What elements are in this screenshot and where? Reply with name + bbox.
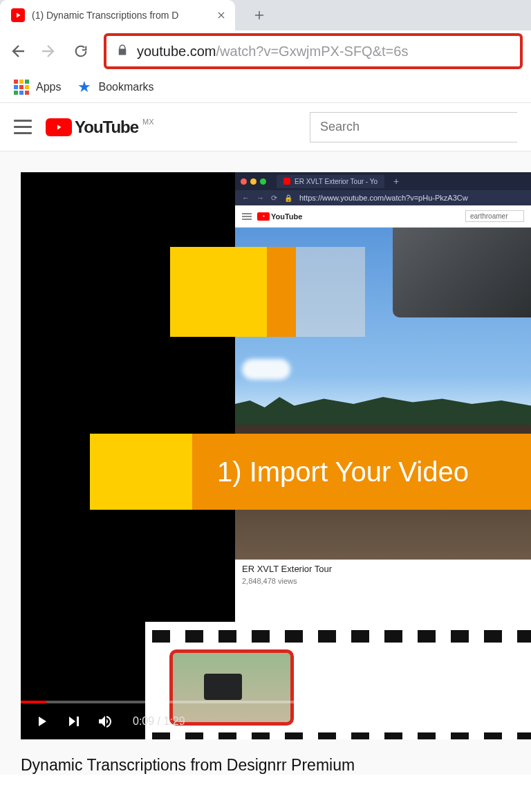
inner-back-icon: ←: [242, 194, 250, 202]
inner-favicon-icon: [283, 178, 290, 185]
next-button[interactable]: [65, 713, 82, 730]
inner-search-value: earthroamer: [465, 210, 524, 222]
search-input[interactable]: [310, 112, 517, 142]
forward-button[interactable]: [40, 42, 58, 60]
reload-button[interactable]: [72, 42, 90, 60]
apps-grid-icon: [14, 80, 29, 95]
inner-menu-icon: [242, 213, 252, 220]
search-box[interactable]: [310, 112, 517, 142]
youtube-logo[interactable]: YouTube MX: [46, 118, 153, 137]
apps-shortcut[interactable]: Apps: [14, 80, 61, 95]
star-icon: ★: [77, 78, 91, 96]
overlay-gray-block: [296, 247, 365, 337]
apps-label: Apps: [36, 81, 61, 93]
time-display: 0:09 / 1:29: [133, 715, 185, 728]
youtube-country-code: MX: [142, 118, 154, 126]
play-button[interactable]: [33, 713, 50, 730]
youtube-wordmark: YouTube: [75, 118, 138, 137]
inner-forward-icon: →: [257, 194, 264, 202]
volume-button[interactable]: [97, 713, 113, 730]
new-tab-button[interactable]: [249, 5, 270, 26]
inner-lock-icon: 🔒: [284, 194, 292, 202]
youtube-play-icon: [46, 118, 72, 136]
inner-video-title: ER XVLT Exterior Tour: [242, 564, 524, 574]
back-button[interactable]: [8, 42, 26, 60]
inner-video-views: 2,848,478 views: [242, 577, 524, 585]
inner-url: https://www.youtube.com/watch?v=pHu-PkzA…: [299, 194, 468, 202]
banner-text: 1) Import Your Video: [192, 434, 531, 510]
overlay-banner: 1) Import Your Video: [90, 434, 531, 510]
bookmarks-shortcut[interactable]: ★ Bookmarks: [77, 78, 153, 96]
inner-reload-icon: ⟳: [271, 194, 277, 203]
youtube-favicon-icon: [11, 8, 25, 22]
url-path: /watch?v=GxwjmPX-SFQ&t=6s: [216, 44, 409, 59]
current-time: 0:09: [133, 715, 154, 727]
bookmarks-label: Bookmarks: [98, 81, 153, 93]
browser-tab[interactable]: (1) Dynamic Transcriptions from D: [0, 0, 235, 30]
tab-title: (1) Dynamic Transcriptions from D: [32, 10, 209, 21]
video-player[interactable]: ER XVLT Exterior Tour - Yo + ← → ⟳ 🔒 htt…: [21, 172, 531, 739]
inner-browser-tab: ER XVLT Exterior Tour - Yo: [277, 175, 384, 188]
overlay-orange-strip: [267, 247, 296, 337]
mac-close-icon: [241, 178, 247, 185]
url-host: youtube.com: [137, 44, 216, 59]
duration: 1:29: [163, 715, 185, 727]
page-video-title: Dynamic Transcriptions from Designrr Pre…: [0, 739, 531, 775]
url-text: youtube.com/watch?v=GxwjmPX-SFQ&t=6s: [137, 44, 408, 59]
inner-youtube-logo: YouTube: [257, 212, 302, 221]
mac-max-icon: [260, 178, 266, 185]
mac-min-icon: [250, 178, 257, 185]
inner-tab-title: ER XVLT Exterior Tour - Yo: [295, 178, 378, 185]
inner-new-tab-icon: +: [393, 176, 399, 187]
menu-button[interactable]: [14, 118, 32, 136]
close-tab-icon[interactable]: [216, 10, 227, 21]
lock-icon: [116, 44, 129, 59]
address-bar[interactable]: youtube.com/watch?v=GxwjmPX-SFQ&t=6s: [104, 33, 523, 69]
